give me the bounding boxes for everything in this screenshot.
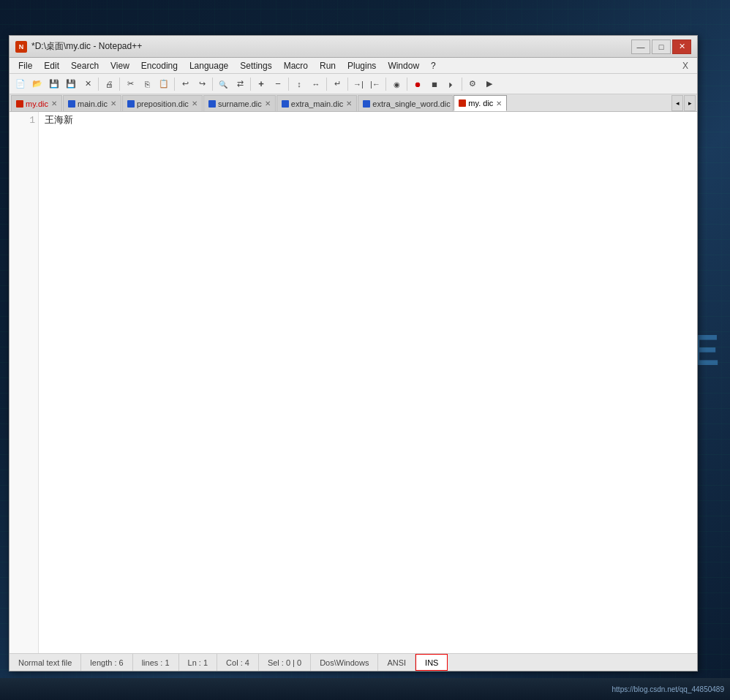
status-ins: INS (415, 654, 448, 671)
run-macro-button[interactable]: ⚙ (464, 76, 481, 92)
print-icon (105, 80, 113, 89)
tab-label-5: extra_main.dic (291, 99, 344, 108)
tab-icon-blue-3 (127, 100, 135, 108)
new-button[interactable] (12, 76, 29, 92)
window-controls: — □ ✕ (631, 39, 691, 54)
wrap-button[interactable] (329, 76, 345, 92)
tab-icon-blue-4 (208, 100, 216, 108)
indent-button[interactable]: →| (350, 76, 366, 92)
menu-file[interactable]: File (12, 58, 38, 73)
stop-icon (431, 80, 438, 89)
status-bar: Normal text file length : 6 lines : 1 Ln… (10, 653, 697, 671)
tab-close-4[interactable]: ✕ (265, 99, 271, 108)
sep10 (407, 78, 407, 91)
menu-plugins[interactable]: Plugins (342, 58, 382, 73)
tab-my-dic-2[interactable]: my. dic ✕ (454, 95, 507, 111)
new-icon (15, 79, 26, 89)
sep11 (462, 78, 462, 91)
sync-scroll-h-button[interactable]: ↔ (308, 76, 324, 92)
menu-help[interactable]: ? (425, 58, 442, 73)
tab-close-1[interactable]: ✕ (51, 99, 57, 108)
status-line-ending: Dos\Windows (311, 654, 378, 671)
wrap-icon (334, 79, 341, 89)
tab-close-5[interactable]: ✕ (346, 99, 352, 108)
copy-button[interactable] (139, 76, 155, 92)
cut-icon (127, 79, 134, 89)
stop-record-button[interactable] (426, 76, 443, 92)
tab-close-7[interactable]: ✕ (496, 99, 502, 108)
save-all-button[interactable]: 💾 (63, 76, 79, 92)
redo-button[interactable] (194, 76, 210, 92)
print-button[interactable] (101, 76, 117, 92)
outdent-button[interactable]: |← (367, 76, 383, 92)
title-bar: N *D:\桌面\my.dic - Notepad++ — □ ✕ (10, 36, 697, 58)
tab-icon-red-7 (459, 99, 466, 107)
sep4 (212, 78, 213, 91)
menu-macro[interactable]: Macro (278, 58, 314, 73)
status-sel: Sel : 0 | 0 (259, 654, 311, 671)
menu-language[interactable]: Language (184, 58, 234, 73)
save-button[interactable] (46, 76, 62, 92)
taskbar: https://blog.csdn.net/qq_44850489 (0, 678, 730, 700)
minimize-button[interactable]: — (631, 39, 650, 54)
sep1 (98, 78, 99, 91)
tab-my-dic-1[interactable]: my.dic ✕ (11, 95, 62, 111)
tabs-bar: my.dic ✕ main.dic ✕ preposition.dic ✕ su… (10, 94, 697, 112)
sync-scroll-v-button[interactable]: ↕ (291, 76, 307, 92)
app-icon: N (15, 41, 27, 53)
tab-preposition-dic[interactable]: preposition.dic ✕ (122, 95, 203, 111)
undo-button[interactable] (177, 76, 193, 92)
tab-extra-single-word-dic[interactable]: extra_single_word.dic ✕ (358, 95, 453, 111)
mark-button[interactable] (388, 76, 404, 92)
status-encoding: ANSI (378, 654, 415, 671)
menu-search[interactable]: Search (65, 58, 105, 73)
editor-content[interactable]: 王海新 (39, 112, 697, 653)
menu-edit[interactable]: Edit (38, 58, 65, 73)
tab-icon-blue-5 (282, 100, 289, 108)
status-position: Ln : 1 (179, 654, 218, 671)
tab-extra-main-dic[interactable]: extra_main.dic ✕ (276, 95, 358, 111)
tab-icon-red-1 (16, 100, 23, 108)
line-numbers: 1 (10, 112, 39, 653)
tab-scroll-right[interactable]: ▸ (684, 95, 696, 111)
status-length: length : 6 (81, 654, 132, 671)
close-doc-button[interactable]: ✕ (80, 76, 96, 92)
tab-close-2[interactable]: ✕ (110, 99, 116, 108)
tab-label-1: my.dic (26, 99, 48, 108)
sep6 (288, 78, 289, 91)
record-button[interactable] (410, 76, 426, 92)
tab-label-4: surname.dic (218, 99, 262, 108)
sep3 (174, 78, 175, 91)
notepad-window: N *D:\桌面\my.dic - Notepad++ — □ ✕ File E… (9, 35, 698, 671)
maximize-button[interactable]: □ (652, 39, 671, 54)
mark-icon (394, 80, 400, 89)
find-button[interactable] (215, 76, 231, 92)
status-lines: lines : 1 (133, 654, 179, 671)
open-button[interactable] (29, 76, 45, 92)
record-icon (414, 80, 421, 89)
cut-button[interactable] (122, 76, 138, 92)
menu-run[interactable]: Run (314, 58, 342, 73)
menu-settings[interactable]: Settings (234, 58, 277, 73)
tab-scroll-left[interactable]: ◂ (671, 95, 683, 111)
paste-button[interactable] (156, 76, 172, 92)
tab-main-dic[interactable]: main.dic ✕ (63, 95, 121, 111)
play-macro-button[interactable] (443, 76, 459, 92)
sep9 (385, 78, 386, 91)
menu-view[interactable]: View (105, 58, 135, 73)
menu-encoding[interactable]: Encoding (135, 58, 184, 73)
close-button[interactable]: ✕ (672, 39, 691, 54)
editor-area: 1 王海新 (10, 112, 697, 653)
sep7 (326, 78, 327, 91)
tab-surname-dic[interactable]: surname.dic ✕ (203, 95, 276, 111)
menu-window[interactable]: Window (382, 58, 425, 73)
zoom-in-button[interactable]: + (253, 76, 269, 92)
menu-close-x[interactable]: X (677, 59, 694, 72)
save-icon (49, 79, 59, 89)
tab-close-3[interactable]: ✕ (192, 99, 197, 108)
run-script-button[interactable]: ▶ (481, 76, 497, 92)
replace-button[interactable] (232, 76, 248, 92)
status-col: Col : 4 (217, 654, 259, 671)
zoom-out-button[interactable]: − (270, 76, 286, 92)
window-title: *D:\桌面\my.dic - Notepad++ (31, 40, 631, 53)
